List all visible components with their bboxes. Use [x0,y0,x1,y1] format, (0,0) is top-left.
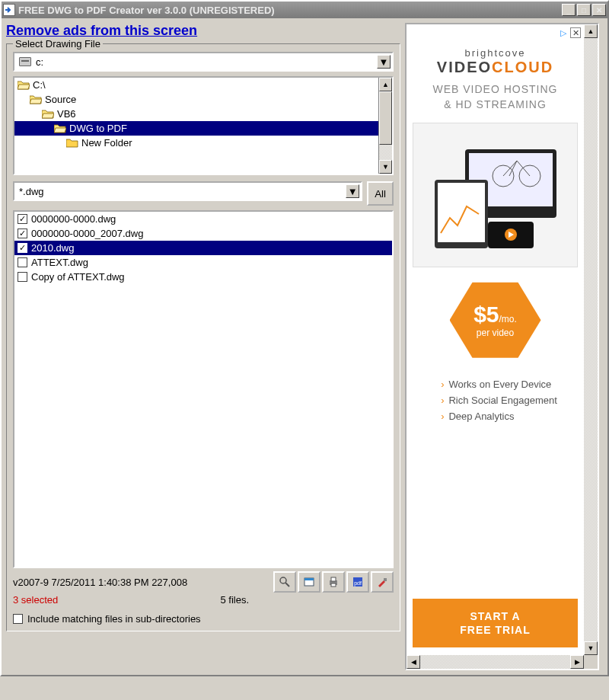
group-title: Select Drawing File [13,38,103,50]
include-sub-label: Include matching files in sub-directorie… [27,613,201,625]
folder-icon [66,138,78,148]
chevron-down-icon[interactable]: ▼ [346,184,359,198]
chevron-down-icon[interactable]: ▼ [377,55,391,69]
tree-item[interactable]: C:\ [14,78,378,92]
tree-item[interactable]: Source [14,92,378,107]
arrow-icon: › [441,395,444,406]
drive-icon [19,57,31,66]
zoom-icon [279,576,291,588]
svg-rect-6 [331,583,336,587]
explorer-icon [303,576,315,588]
ad-bullet: ›Deep Analytics [441,411,557,422]
pdf-button[interactable]: pdf [346,571,369,593]
titlebar[interactable]: FREE DWG to PDF Creator ver 3.0.0 (UNREG… [2,2,607,18]
ad-scrollbar-h[interactable]: ◀ ▶ [407,655,584,669]
folder-icon [30,94,42,104]
file-name: Copy of ATTEXT.dwg [31,271,125,283]
remove-ads-link[interactable]: Remove ads from this screen [6,23,400,39]
file-list[interactable]: 0000000-0000.dwg0000000-0000_2007.dwg201… [13,210,394,568]
file-item[interactable]: ATTEXT.dwg [14,255,392,270]
filter-combo[interactable]: *.dwg ▼ [13,181,362,201]
ad-bullet: ›Rich Social Engagement [441,395,557,406]
ad-scrollbar-v[interactable]: ▲ ▼ [584,24,598,655]
maximize-button[interactable]: □ [577,4,591,16]
drive-combo[interactable]: c: ▼ [13,52,394,72]
print-button[interactable] [322,571,345,593]
close-button[interactable]: ✕ [592,4,606,16]
file-name: 2010.dwg [31,242,74,254]
tree-item-label: New Folder [81,137,132,149]
file-name: ATTEXT.dwg [31,257,88,268]
folder-icon [42,109,54,119]
ad-bullet: ›Works on Every Device [441,379,557,390]
scroll-down-button[interactable]: ▼ [379,160,392,174]
folder-icon [18,80,30,90]
svg-point-0 [280,577,286,583]
scroll-track[interactable] [379,91,392,160]
settings-icon [376,576,388,588]
scroll-down-button[interactable]: ▼ [584,641,598,655]
arrow-icon: › [441,411,444,422]
all-button[interactable]: All [367,181,394,206]
zoom-button[interactable] [273,571,296,593]
scroll-thumb[interactable] [379,91,392,145]
file-item[interactable]: Copy of ATTEXT.dwg [14,270,392,284]
svg-text:pdf: pdf [354,580,362,587]
tree-scrollbar[interactable]: ▲ ▼ [378,78,392,174]
window-title: FREE DWG to PDF Creator ver 3.0.0 (UNREG… [18,5,560,16]
scroll-up-button[interactable]: ▲ [584,24,598,38]
ad-brand: brightcove [465,47,526,59]
file-count: 5 files. [220,594,249,606]
print-icon [327,576,340,588]
adchoices-icon[interactable]: ▷ [558,27,569,38]
file-checkbox[interactable] [18,243,27,253]
status-line: v2007-9 7/25/2011 1:40:38 PM 227,008 [13,577,187,588]
tree-item-label: DWG to PDF [69,123,127,134]
scroll-left-button[interactable]: ◀ [407,655,420,669]
scroll-right-button[interactable]: ▶ [570,655,584,669]
selected-count: 3 selected [13,594,58,606]
ad-bullets: ›Works on Every Device›Rich Social Engag… [441,374,557,427]
arrow-icon: › [441,379,444,390]
file-item[interactable]: 0000000-0000.dwg [14,212,392,226]
tree-item[interactable]: DWG to PDF [14,121,378,136]
app-icon [3,4,15,16]
tree-item-label: Source [45,94,76,105]
ad-hero-image [413,123,578,267]
file-name: 0000000-0000_2007.dwg [31,228,143,239]
ad-tagline: WEB VIDEO HOSTING& HD STREAMING [432,82,557,112]
svg-rect-5 [331,577,336,581]
ad-panel: ▷ ✕ brightcove VIDEOCLOUD WEB VIDEO HOST… [405,23,599,670]
scroll-track[interactable] [584,38,598,641]
filter-value: *.dwg [19,186,44,197]
svg-rect-3 [304,578,314,580]
ad-logo: VIDEOCLOUD [437,59,553,76]
pdf-icon: pdf [352,576,364,588]
ad-content[interactable]: ▷ ✕ brightcove VIDEOCLOUD WEB VIDEO HOST… [407,24,584,655]
scroll-corner [584,655,598,669]
tree-item-label: VB6 [57,108,76,120]
folder-tree[interactable]: C:\SourceVB6DWG to PDFNew Folder ▲ ▼ [13,76,394,175]
select-drawing-group: Select Drawing File c: ▼ C:\SourceVB6DWG… [6,43,400,631]
tree-item[interactable]: VB6 [14,107,378,121]
ad-cta-button[interactable]: START AFREE TRIAL [413,599,578,647]
file-item[interactable]: 0000000-0000_2007.dwg [14,226,392,241]
drive-combo-value: c: [36,56,43,68]
folder-icon [54,123,66,133]
file-checkbox[interactable] [18,229,27,238]
file-checkbox[interactable] [18,214,27,224]
file-checkbox[interactable] [18,272,27,282]
settings-button[interactable] [371,571,394,593]
tree-item[interactable]: New Folder [14,136,378,150]
file-item[interactable]: 2010.dwg [14,241,392,255]
explorer-button[interactable] [298,571,320,593]
ad-close-button[interactable]: ✕ [570,27,581,38]
include-sub-checkbox[interactable] [13,614,23,624]
scroll-track[interactable] [420,655,570,669]
scroll-up-button[interactable]: ▲ [379,78,392,91]
file-checkbox[interactable] [18,257,27,267]
app-window: FREE DWG to PDF Creator ver 3.0.0 (UNREG… [0,0,609,676]
minimize-button[interactable]: _ [562,4,576,16]
tree-item-label: C:\ [33,79,46,91]
svg-rect-13 [438,183,485,242]
